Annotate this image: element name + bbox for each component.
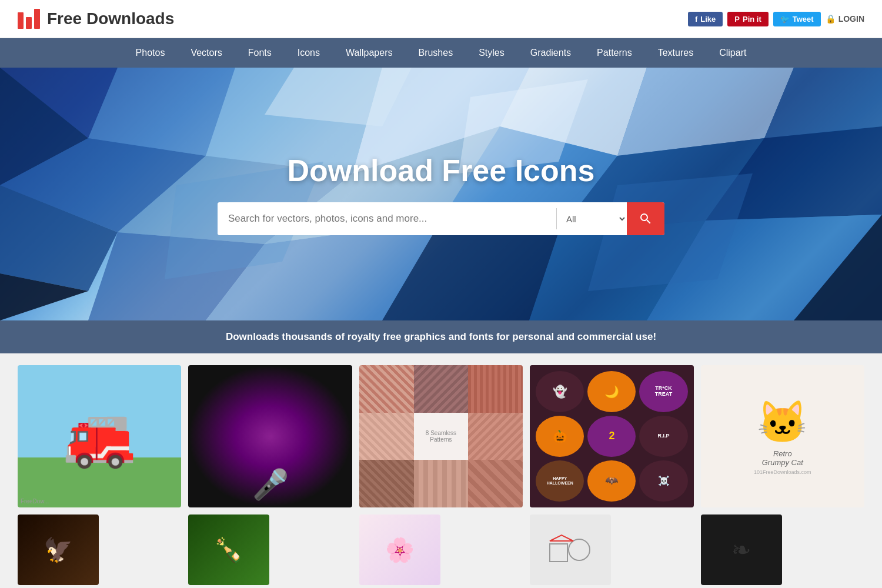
tagline-text: Downloads thousands of royalty free grap…: [226, 331, 656, 342]
grid-item-cat[interactable]: 🐱 RetroGrumpy Cat 101FreeDownloads.com: [701, 365, 864, 507]
hero-title: Download Free Icons: [0, 153, 882, 188]
image-grid: 🚒 FreeDow... 🎤 8 SeamlessPatterns: [18, 365, 864, 585]
search-input[interactable]: [218, 202, 556, 235]
geometric-svg: [547, 532, 594, 567]
twitter-icon: 🐦: [780, 15, 790, 24]
svg-rect-26: [550, 544, 567, 562]
search-icon: [639, 212, 653, 226]
nav-item-wallpapers[interactable]: Wallpapers: [333, 38, 405, 68]
site-title: Free Downloads: [47, 9, 174, 28]
twitter-tweet-button[interactable]: 🐦 Tweet: [773, 12, 821, 26]
hero-content: Download Free Icons All Photos Vectors F…: [0, 153, 882, 235]
grid-item-bottles[interactable]: 🍾: [188, 514, 269, 585]
halloween-circle-happy: HAPPYHALLOWEEN: [536, 460, 584, 502]
logo-bar-3: [34, 9, 40, 29]
main-nav: Photos Vectors Fonts Icons Wallpapers Br…: [0, 38, 882, 68]
nav-item-textures[interactable]: Textures: [645, 38, 706, 68]
nav-item-patterns[interactable]: Patterns: [584, 38, 645, 68]
nav-item-gradients[interactable]: Gradients: [517, 38, 584, 68]
logo-area: Free Downloads: [18, 9, 174, 29]
cat-source: 101FreeDownloads.com: [754, 469, 811, 475]
search-bar: All Photos Vectors Fonts Icons Wallpaper…: [218, 202, 664, 235]
facebook-like-button[interactable]: f Like: [688, 12, 723, 26]
grid-item-damask[interactable]: ❧: [701, 514, 782, 585]
grid-item-dark[interactable]: 🦅: [18, 514, 99, 585]
pinterest-icon: P: [734, 15, 740, 24]
svg-point-27: [569, 539, 590, 560]
site-header: Free Downloads f Like P Pin it 🐦 Tweet 🔒…: [0, 0, 882, 38]
halloween-circle-moon: 🌙: [587, 371, 636, 412]
facebook-icon: f: [695, 15, 697, 24]
grid-item-floral[interactable]: 🌸: [359, 514, 440, 585]
halloween-circle-z: 2: [587, 416, 636, 457]
nav-item-photos[interactable]: Photos: [123, 38, 178, 68]
pattern-label: 8 SeamlessPatterns: [414, 413, 469, 460]
halloween-circle-bat: 🦇: [587, 460, 636, 502]
lock-icon: 🔒: [826, 14, 836, 24]
nav-item-brushes[interactable]: Brushes: [405, 38, 466, 68]
svg-marker-28: [550, 535, 573, 541]
logo-bar-1: [18, 12, 24, 29]
nav-item-icons[interactable]: Icons: [285, 38, 333, 68]
halloween-circle-hand: ☠️: [639, 460, 687, 502]
login-button[interactable]: 🔒 LOGIN: [826, 14, 864, 24]
halloween-circle-pumpkin: 🎃: [536, 416, 584, 457]
grid-item-halloween[interactable]: 👻 🌙 TR*CKTREAT 🎃 2 R.I.P HAPPYHALLOWEEN …: [530, 365, 693, 507]
halloween-circle-boo: 👻: [536, 371, 584, 412]
pinterest-pin-button[interactable]: P Pin it: [727, 12, 768, 26]
grid-item-patterns[interactable]: 8 SeamlessPatterns: [359, 365, 523, 507]
halloween-circle-rip: R.I.P: [639, 416, 687, 457]
nav-item-fonts[interactable]: Fonts: [235, 38, 285, 68]
grid-item-geometric[interactable]: [530, 514, 611, 585]
nav-item-vectors[interactable]: Vectors: [178, 38, 235, 68]
nav-item-clipart[interactable]: Clipart: [706, 38, 759, 68]
tagline-bar: Downloads thousands of royalty free grap…: [0, 320, 882, 353]
grid-item-firefighter[interactable]: 🚒 FreeDow...: [18, 365, 181, 507]
logo-icon: [18, 9, 40, 29]
halloween-circle-trick: TR*CKTREAT: [639, 371, 687, 412]
image-grid-section: 🚒 FreeDow... 🎤 8 SeamlessPatterns: [0, 353, 882, 588]
grid-item-concert[interactable]: 🎤: [188, 365, 352, 507]
nav-item-styles[interactable]: Styles: [466, 38, 517, 68]
search-category-select[interactable]: All Photos Vectors Fonts Icons Wallpaper…: [557, 202, 627, 235]
logo-bar-2: [26, 17, 32, 29]
search-button[interactable]: [627, 202, 664, 235]
hero-section: Download Free Icons All Photos Vectors F…: [0, 68, 882, 320]
cat-emoji: 🐱: [757, 398, 808, 446]
cat-label: RetroGrumpy Cat: [762, 449, 803, 467]
header-actions: f Like P Pin it 🐦 Tweet 🔒 LOGIN: [688, 12, 864, 26]
